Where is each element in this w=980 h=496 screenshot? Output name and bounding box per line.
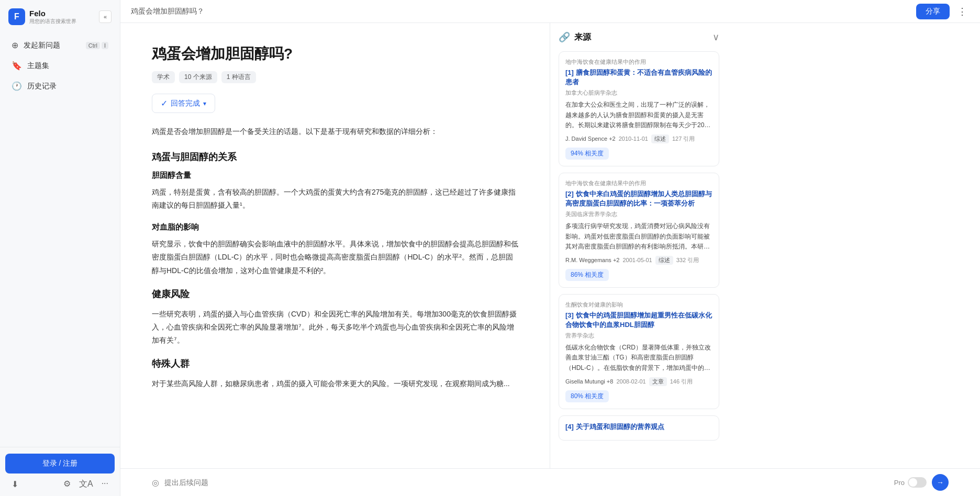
sidebar-item-new-question[interactable]: ⊕ 发起新问题 Ctrl I xyxy=(5,36,115,55)
question-icon: ◎ xyxy=(152,478,159,488)
article-intro: 鸡蛋是否会增加胆固醇是一个备受关注的话题。以下是基于现有研究和数据的详细分析： xyxy=(152,126,518,138)
source-excerpt-2: 多项流行病学研究发现，鸡蛋消费对冠心病风险没有影响。鸡蛋对低密度脂蛋白胆固醇的负… xyxy=(565,221,712,252)
source-relevance-3: 80% 相关度 xyxy=(565,390,609,402)
brand-text: Felo 用您的语言搜索世界 xyxy=(29,9,76,25)
sidebar-item-topics[interactable]: 🔖 主题集 xyxy=(5,56,115,75)
brand-icon: F xyxy=(8,8,25,25)
settings-icon[interactable]: ⚙ xyxy=(63,479,71,490)
input-bar: ◎ Pro → xyxy=(120,468,980,496)
section-title-2: 健康风险 xyxy=(152,288,518,300)
source-title-1[interactable]: [1] 膳食胆固醇和蛋黄：不适合有血管疾病风险的患者 xyxy=(565,68,712,87)
chevron-down-icon: ▾ xyxy=(203,100,206,107)
brand-name: Felo xyxy=(29,9,76,18)
status-bar: ✓ 回答完成 ▾ xyxy=(152,94,518,113)
article-text-3-1: 对于某些高风险人群，如糖尿病患者，鸡蛋的摄入可能会带来更大的风险。一项研究发现，… xyxy=(152,377,518,390)
content-area: 鸡蛋会增加胆固醇吗? 学术 10 个来源 1 种语言 ✓ 回答完成 ▾ 鸡蛋是否… xyxy=(120,23,980,468)
source-date-3: 2008-02-01 xyxy=(616,378,645,385)
pro-label: Pro xyxy=(894,479,905,487)
source-journal-3: 营养学杂志 xyxy=(565,332,712,340)
sources-title: 🔗 来源 xyxy=(559,31,591,43)
section-title-1: 鸡蛋与胆固醇的关系 xyxy=(152,151,518,163)
source-type-1: 综述 xyxy=(651,134,669,143)
plus-circle-icon: ⊕ xyxy=(12,40,18,50)
sidebar-item-label: 历史记录 xyxy=(27,82,57,91)
top-bar: 鸡蛋会增加胆固醇吗？ 分享 ⋮ xyxy=(120,0,980,23)
source-excerpt-3: 低碳水化合物饮食（CRD）显著降低体重，并独立改善血浆甘油三酯（TG）和高密度脂… xyxy=(565,343,712,373)
sidebar-bottom: 登录 / 注册 ⬇ ⚙ 文A ··· xyxy=(0,447,120,496)
source-title-3[interactable]: [3] 饮食中的鸡蛋胆固醇增加超重男性在低碳水化合物饮食中的血浆HDL胆固醇 xyxy=(565,311,712,330)
source-title-4[interactable]: [4] 关于鸡蛋和胆固醇的营养观点 xyxy=(565,422,712,432)
tag-language: 1 种语言 xyxy=(221,71,256,83)
source-category-1: 地中海饮食在健康结果中的作用 xyxy=(565,58,712,66)
sidebar-item-history[interactable]: 🕐 历史记录 xyxy=(5,76,115,96)
sidebar-header: F Felo 用您的语言搜索世界 « xyxy=(0,0,120,31)
source-author-1: J. David Spence +2 xyxy=(565,136,616,142)
article-tags: 学术 10 个来源 1 种语言 xyxy=(152,71,518,83)
translate-icon[interactable]: 文A xyxy=(79,479,93,490)
source-title-2[interactable]: [2] 饮食中来白鸡蛋的胆固醇增加人类总胆固醇与高密度脂蛋白胆固醇的比率：一项荟… xyxy=(565,189,712,208)
source-card-2: 地中海饮食在健康结果中的作用 [2] 饮食中来白鸡蛋的胆固醇增加人类总胆固醇与高… xyxy=(559,173,719,288)
article-text-1-2: 研究显示，饮食中的胆固醇确实会影响血液中的胆固醇水平。具体来说，增加饮食中的胆固… xyxy=(152,238,518,277)
sidebar-collapse-button[interactable]: « xyxy=(99,10,112,23)
article-text-2-1: 一些研究表明，鸡蛋的摄入与心血管疾病（CVD）和全因死亡率的风险增加有关。每增加… xyxy=(152,308,518,347)
source-category-2: 地中海饮食在健康结果中的作用 xyxy=(565,179,712,187)
source-card-1: 地中海饮食在健康结果中的作用 [1] 膳食胆固醇和蛋黄：不适合有血管疾病风险的患… xyxy=(559,51,719,166)
source-relevance-1: 94% 相关度 xyxy=(565,148,609,160)
sidebar: F Felo 用您的语言搜索世界 « ⊕ 发起新问题 Ctrl I 🔖 主题集 xyxy=(0,0,120,496)
pro-toggle-container: Pro xyxy=(894,477,927,488)
source-meta-1: J. David Spence +2 2010-11-01 综述 127 引用 xyxy=(565,134,712,143)
source-date-2: 2001-05-01 xyxy=(622,257,652,263)
source-type-2: 综述 xyxy=(655,256,673,265)
source-author-2: R.M. Weggemans +2 xyxy=(565,257,619,263)
source-citations-3: 146 引用 xyxy=(670,378,693,386)
article-text-1-1: 鸡蛋，特别是蛋黄，含有较高的胆固醇。一个大鸡蛋的蛋黄大约含有275毫克的胆固醇，… xyxy=(152,186,518,212)
tag-academic: 学术 xyxy=(152,71,175,83)
login-button[interactable]: 登录 / 注册 xyxy=(5,454,115,474)
source-category-3: 生酮饮食对健康的影响 xyxy=(565,301,712,309)
source-journal-1: 加拿大心脏病学杂志 xyxy=(565,89,712,97)
bookmark-icon: 🔖 xyxy=(12,61,22,71)
brand: F Felo 用您的语言搜索世界 xyxy=(8,8,76,25)
more-menu-button[interactable]: ⋮ xyxy=(955,4,970,19)
history-icon: 🕐 xyxy=(12,81,22,91)
source-excerpt-1: 在加拿大公众和医生之间，出现了一种广泛的误解，越来越多的人认为膳食胆固醇和蛋黄的… xyxy=(565,100,712,130)
article-title: 鸡蛋会增加胆固醇吗? xyxy=(152,44,518,64)
source-citations-2: 332 引用 xyxy=(676,256,699,264)
keyboard-shortcut: Ctrl I xyxy=(86,42,108,49)
source-relevance-2: 86% 相关度 xyxy=(565,269,609,281)
sources-header: 🔗 来源 ∨ xyxy=(559,31,719,43)
main-content: 鸡蛋会增加胆固醇吗？ 分享 ⋮ 鸡蛋会增加胆固醇吗? 学术 10 个来源 1 种… xyxy=(120,0,980,496)
status-label: 回答完成 xyxy=(171,99,200,108)
sidebar-item-label: 发起新问题 xyxy=(24,41,60,50)
more-options-icon[interactable]: ··· xyxy=(102,479,108,490)
sources-panel: 🔗 来源 ∨ 地中海饮食在健康结果中的作用 [1] 膳食胆固醇和蛋黄：不适合有血… xyxy=(550,23,728,468)
link-icon: 🔗 xyxy=(559,31,570,43)
source-type-3: 文章 xyxy=(649,377,667,386)
followup-input[interactable] xyxy=(164,478,889,487)
section-title-3: 特殊人群 xyxy=(152,357,518,370)
pro-toggle-switch[interactable] xyxy=(908,477,927,488)
sidebar-nav: ⊕ 发起新问题 Ctrl I 🔖 主题集 🕐 历史记录 xyxy=(0,31,120,447)
breadcrumb-title: 鸡蛋会增加胆固醇吗？ xyxy=(131,7,204,16)
bottom-tools: ⬇ ⚙ 文A ··· xyxy=(5,474,115,490)
source-meta-2: R.M. Weggemans +2 2001-05-01 综述 332 引用 xyxy=(565,256,712,265)
send-button[interactable]: → xyxy=(932,474,949,491)
sidebar-item-label: 主题集 xyxy=(27,61,49,71)
send-icon: → xyxy=(937,478,944,487)
brand-subtitle: 用您的语言搜索世界 xyxy=(29,18,76,25)
sources-collapse-button[interactable]: ∨ xyxy=(712,31,719,43)
download-icon[interactable]: ⬇ xyxy=(12,479,18,489)
share-button[interactable]: 分享 xyxy=(916,4,950,19)
subsection-title-1-1: 胆固醇含量 xyxy=(152,171,518,181)
source-citations-1: 127 引用 xyxy=(672,135,695,143)
subsection-title-1-2: 对血脂的影响 xyxy=(152,222,518,232)
source-journal-2: 美国临床营养学杂志 xyxy=(565,210,712,218)
sources-title-text: 来源 xyxy=(574,32,591,43)
source-card-3: 生酮饮食对健康的影响 [3] 饮食中的鸡蛋胆固醇增加超重男性在低碳水化合物饮食中… xyxy=(559,294,719,409)
article-panel: 鸡蛋会增加胆固醇吗? 学术 10 个来源 1 种语言 ✓ 回答完成 ▾ 鸡蛋是否… xyxy=(120,23,550,468)
tag-sources: 10 个来源 xyxy=(179,71,217,83)
source-card-4: [4] 关于鸡蛋和胆固醇的营养观点 xyxy=(559,415,719,441)
source-meta-3: Gisella Mutungi +8 2008-02-01 文章 146 引用 xyxy=(565,377,712,386)
answer-status-button[interactable]: ✓ 回答完成 ▾ xyxy=(152,94,215,113)
source-author-3: Gisella Mutungi +8 xyxy=(565,378,613,385)
